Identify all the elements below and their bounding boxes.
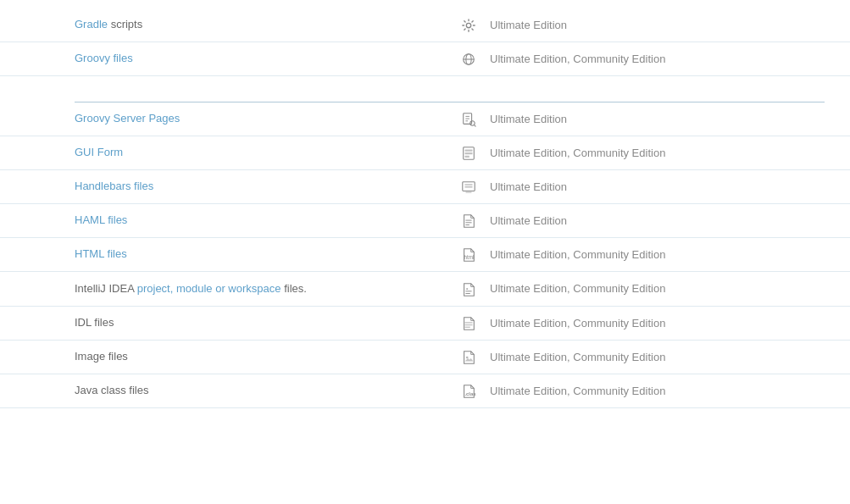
- row-name-gui-form: GUI Form: [75, 145, 447, 160]
- file-types-table: Gradle scripts Ultimate Edition Groovy f…: [0, 8, 850, 408]
- intellij-link[interactable]: project, module or workspace: [137, 282, 281, 295]
- row-edition-gui-form: Ultimate Edition, Community Edition: [490, 147, 825, 159]
- svg-rect-11: [465, 149, 473, 151]
- row-name-handlebars: Handlebars files: [75, 179, 447, 194]
- table-row: Groovy Server Pages Ultimate Edition: [0, 102, 850, 136]
- row-icon-gui-form: [447, 146, 490, 161]
- html-link[interactable]: HTML files: [75, 247, 127, 260]
- table-row: HAML files Ultimate Edition: [0, 204, 850, 238]
- groovy-link[interactable]: Groovy files: [75, 52, 133, 64]
- row-icon-image: [447, 350, 490, 365]
- row-edition-handlebars: Ultimate Edition: [490, 180, 825, 193]
- idl-icon: [461, 316, 476, 331]
- svg-text:.class: .class: [465, 390, 477, 396]
- svg-rect-12: [465, 152, 473, 154]
- table-row: Java class files .class Ultimate Edition…: [0, 374, 850, 408]
- java-text: Java class files: [75, 384, 148, 396]
- project-icon: [461, 282, 476, 297]
- row-icon-html: html: [447, 247, 490, 263]
- row-name-java: Java class files: [75, 383, 447, 398]
- row-edition-html: Ultimate Edition, Community Edition: [490, 248, 825, 261]
- row-name-haml: HAML files: [75, 213, 447, 228]
- svg-rect-26: [465, 324, 473, 324]
- handlebars-link[interactable]: Handlebars files: [75, 180, 153, 192]
- row-edition-idl: Ultimate Edition, Community Edition: [490, 317, 825, 330]
- table-row: Image files Ultimate Edition, Community …: [0, 341, 850, 374]
- table-row: Groovy files Ultimate Edition, Community…: [0, 42, 850, 76]
- row-edition-intellij: Ultimate Edition, Community Edition: [490, 280, 825, 295]
- table-row: IDL files Ultimate Edition, Community Ed…: [0, 307, 850, 341]
- gsp-link[interactable]: Groovy Server Pages: [75, 112, 180, 125]
- row-edition-groovy: Ultimate Edition, Community Edition: [490, 53, 825, 65]
- svg-text:html: html: [464, 254, 475, 260]
- svg-point-0: [466, 23, 470, 27]
- table-row: GUI Form Ultimate Edition, Community Edi…: [0, 136, 850, 170]
- table-row: Handlebars files Ultimate Edition: [0, 170, 850, 204]
- haml-icon: [461, 213, 476, 229]
- svg-rect-13: [465, 155, 469, 157]
- row-edition-haml: Ultimate Edition: [490, 214, 825, 227]
- gradle-link[interactable]: Gradle: [75, 18, 108, 30]
- row-edition-gsp: Ultimate Edition: [490, 113, 825, 125]
- row-icon-intellij: [447, 280, 490, 297]
- image-text: Image files: [75, 350, 128, 363]
- row-edition-image: Ultimate Edition, Community Edition: [490, 351, 825, 363]
- row-icon-haml: [447, 213, 490, 229]
- page-search-icon: [461, 112, 476, 127]
- table-row: HTML files html Ultimate Edition, Commun…: [0, 238, 850, 272]
- row-icon-handlebars: [447, 180, 490, 195]
- row-icon-gsp: [447, 112, 490, 127]
- row-name-idl: IDL files: [75, 315, 447, 330]
- intellij-text2: files.: [281, 282, 307, 295]
- idl-text: IDL files: [75, 316, 114, 329]
- table-row: Gradle scripts Ultimate Edition: [0, 8, 850, 42]
- svg-rect-15: [465, 184, 473, 185]
- svg-rect-16: [465, 186, 473, 187]
- handlebars-icon: [461, 180, 476, 195]
- html-icon: html: [461, 247, 476, 263]
- image-icon: [461, 350, 476, 365]
- gradle-text: scripts: [111, 18, 143, 30]
- svg-rect-22: [466, 288, 468, 290]
- intellij-text: IntelliJ IDEA: [75, 282, 137, 295]
- row-name-gsp: Groovy Server Pages: [75, 111, 447, 126]
- svg-line-9: [474, 125, 475, 126]
- row-edition-java: Ultimate Edition, Community Edition: [490, 385, 825, 397]
- gear-icon: [461, 18, 476, 33]
- gui-form-link[interactable]: GUI Form: [75, 146, 123, 158]
- row-icon-gradle: [447, 18, 490, 33]
- row-icon-idl: [447, 316, 490, 331]
- row-icon-java: .class: [447, 384, 490, 399]
- haml-link[interactable]: HAML files: [75, 213, 127, 226]
- row-name-intellij: IntelliJ IDEA project, module or workspa…: [75, 280, 447, 297]
- java-icon: .class: [461, 384, 476, 399]
- row-name-gradle: Gradle scripts: [75, 17, 447, 32]
- svg-rect-27: [465, 326, 470, 327]
- form-icon: [461, 146, 476, 161]
- section-gap: [0, 76, 850, 102]
- row-name-image: Image files: [75, 349, 447, 364]
- table-row: IntelliJ IDEA project, module or workspa…: [0, 272, 850, 307]
- svg-rect-25: [465, 322, 473, 323]
- row-edition-gradle: Ultimate Edition: [490, 19, 825, 31]
- row-icon-groovy: [447, 52, 490, 67]
- groovy-icon: [461, 52, 476, 67]
- row-name-html: HTML files: [75, 246, 447, 262]
- svg-rect-17: [465, 191, 471, 192]
- row-name-groovy: Groovy files: [75, 51, 447, 66]
